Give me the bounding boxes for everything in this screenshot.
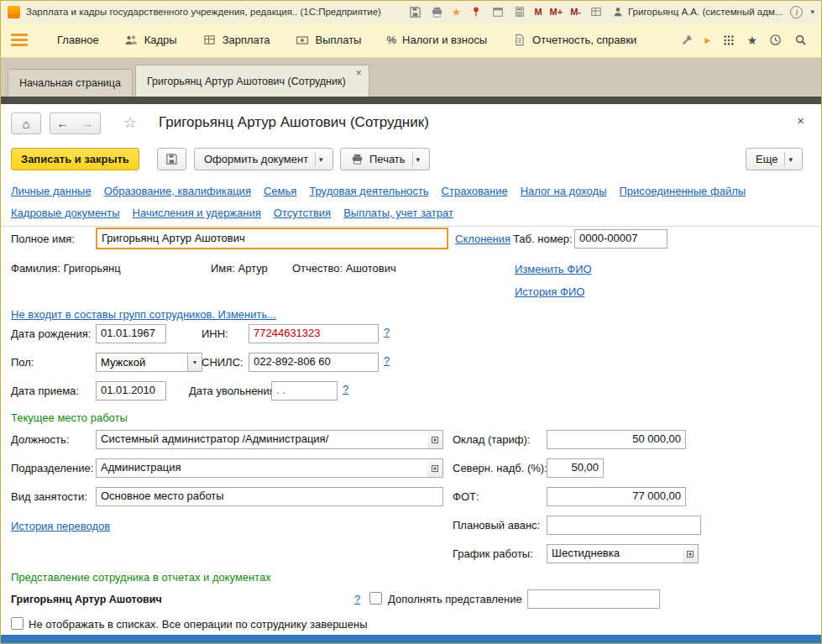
calendar-icon[interactable]	[490, 5, 505, 19]
nav-link-personal-data[interactable]: Личные данные	[11, 185, 92, 197]
make-document-button[interactable]: Оформить документ ▾	[194, 148, 333, 170]
declension-link[interactable]: Склонения	[455, 232, 510, 247]
menu-item-taxes[interactable]: % Налоги и взносы	[374, 23, 500, 57]
gender-dropdown-icon[interactable]: ▾	[187, 353, 202, 371]
play-icon[interactable]: ▶	[705, 36, 711, 45]
full-name-input[interactable]: Григорьянц Артур Ашотович	[96, 228, 448, 249]
pin-icon[interactable]	[469, 5, 483, 19]
change-fio-link[interactable]: Изменить ФИО	[515, 262, 592, 277]
tab-number-input[interactable]: 0000-00007	[574, 229, 668, 249]
work-schedule-input[interactable]: Шестидневка	[547, 544, 683, 563]
position-select-button[interactable]	[427, 430, 443, 449]
save-close-button[interactable]: Записать и закрыть	[11, 148, 139, 170]
nav-link-work-activity[interactable]: Трудовая деятельность	[309, 185, 428, 197]
caret-down-icon: ▾	[788, 155, 793, 164]
work-schedule-label: График работы:	[453, 546, 533, 563]
nav-link-payouts[interactable]: Выплаты, учет затрат	[343, 207, 453, 219]
tab-home-page[interactable]: Начальная страница	[8, 69, 133, 97]
info-icon[interactable]: i	[790, 6, 803, 18]
nav-links-row1: Личные данные Образование, квалификация …	[11, 185, 746, 197]
history-icon[interactable]	[768, 33, 783, 47]
department-input[interactable]: Администрация	[96, 458, 428, 478]
save-icon[interactable]	[408, 5, 422, 19]
wrench-icon[interactable]	[680, 33, 694, 47]
gender-value: Мужской	[97, 356, 187, 369]
chevron-down-icon[interactable]: ▾	[810, 8, 814, 16]
employee-groups-link[interactable]: Не входит в составы групп сотрудников. И…	[11, 307, 276, 322]
dismissal-help-link[interactable]: ?	[343, 382, 348, 397]
nav-link-absences[interactable]: Отсутствия	[274, 207, 331, 219]
fio-history-link[interactable]: История ФИО	[515, 285, 584, 300]
nav-link-education[interactable]: Образование, квалификация	[104, 185, 251, 197]
hamburger-menu-icon[interactable]	[11, 34, 28, 46]
back-button[interactable]: ←	[50, 113, 76, 134]
nav-link-attached-files[interactable]: Присоединенные файлы	[620, 185, 746, 197]
north-allowance-input[interactable]: 50,00	[547, 458, 604, 478]
table-icon[interactable]	[589, 5, 603, 19]
append-representation-label[interactable]: Дополнять представление	[388, 593, 522, 605]
menu-item-salary-label: Зарплата	[223, 34, 270, 46]
menu-item-payments[interactable]: Выплаты	[283, 23, 374, 57]
planned-advance-input[interactable]	[547, 516, 701, 535]
representation-header: Представление сотрудника в отчетах и док…	[11, 571, 271, 584]
search-icon[interactable]	[793, 33, 808, 47]
hire-date-input[interactable]: 01.01.2010	[96, 381, 166, 401]
current-user-button[interactable]: Григорьянц А.А. (системный адм...	[610, 5, 783, 19]
document-icon	[512, 33, 526, 47]
nav-link-hr-documents[interactable]: Кадровые документы	[11, 207, 120, 219]
forward-button[interactable]: →	[75, 113, 101, 134]
home-button[interactable]: ⌂	[11, 113, 41, 134]
snils-input[interactable]: 022-892-806 60	[249, 353, 379, 372]
memory-m-minus-button[interactable]: М-	[570, 7, 581, 17]
menu-item-reports[interactable]: Отчетность, справки	[500, 23, 649, 57]
memory-m-plus-button[interactable]: М+	[550, 7, 563, 17]
work-schedule-select-button[interactable]	[683, 544, 699, 563]
tab-close-icon[interactable]: ×	[356, 68, 362, 78]
fot-input[interactable]: 77 000,00	[547, 487, 686, 506]
favorites-icon[interactable]: ★	[452, 7, 462, 18]
hide-in-lists-label[interactable]: Не отображать в списках. Все операции по…	[29, 618, 368, 631]
inn-help-link[interactable]: ?	[384, 325, 390, 340]
birth-date-input[interactable]: 01.01.1967	[96, 324, 166, 343]
memory-m-button[interactable]: М	[534, 7, 542, 17]
department-select-button[interactable]	[427, 458, 443, 478]
hire-date-label: Дата приема:	[11, 383, 79, 400]
inn-input[interactable]: 77244631323	[249, 324, 379, 343]
separator-line	[1, 226, 821, 227]
print-icon[interactable]	[430, 5, 444, 19]
nav-link-family[interactable]: Семья	[264, 185, 296, 197]
calculator-icon[interactable]	[512, 5, 526, 19]
employment-type-label: Вид занятости:	[11, 489, 87, 505]
salary-input[interactable]: 50 000,00	[547, 430, 686, 449]
menu-item-hr[interactable]: Кадры	[112, 23, 190, 57]
form-close-icon[interactable]: ×	[797, 114, 804, 127]
department-label: Подразделение:	[11, 460, 93, 477]
nav-link-income-tax[interactable]: Налог на доходы	[521, 185, 607, 197]
tab-employee[interactable]: Григорьянц Артур Ашотович (Сотрудник) ×	[135, 65, 369, 97]
position-input[interactable]: Системный администратор /Администрация/	[96, 430, 428, 449]
menu-item-salary[interactable]: Зарплата	[190, 23, 283, 57]
print-button[interactable]: Печать ▾	[340, 148, 430, 170]
dismissal-date-input[interactable]: . .	[271, 381, 338, 401]
more-button[interactable]: Еще ▾	[746, 148, 803, 170]
menu-item-hr-label: Кадры	[144, 34, 177, 46]
favorite-star-icon[interactable]: ☆	[123, 115, 137, 130]
transfer-history-link[interactable]: История переводов	[11, 519, 110, 534]
gender-select[interactable]: Мужской ▾	[96, 353, 202, 372]
nav-link-accruals[interactable]: Начисления и удержания	[133, 207, 261, 219]
append-representation-checkbox[interactable]	[369, 592, 382, 605]
employment-type-input[interactable]: Основное место работы	[96, 487, 443, 506]
firstname-text: Имя: Артур	[211, 260, 268, 277]
representation-help-link[interactable]: ?	[354, 592, 360, 607]
snils-help-link[interactable]: ?	[384, 353, 390, 369]
append-representation-input[interactable]	[527, 589, 660, 609]
star-icon[interactable]: ★	[746, 34, 757, 46]
app-logo-icon	[8, 6, 20, 18]
print-label: Печать	[369, 153, 406, 165]
save-button[interactable]	[157, 148, 186, 170]
nav-link-insurance[interactable]: Страхование	[442, 185, 508, 197]
hide-in-lists-checkbox[interactable]	[11, 617, 24, 630]
menu-item-main[interactable]: Главное	[45, 23, 112, 57]
grid-icon[interactable]	[721, 33, 736, 47]
gender-label: Пол:	[11, 354, 34, 371]
